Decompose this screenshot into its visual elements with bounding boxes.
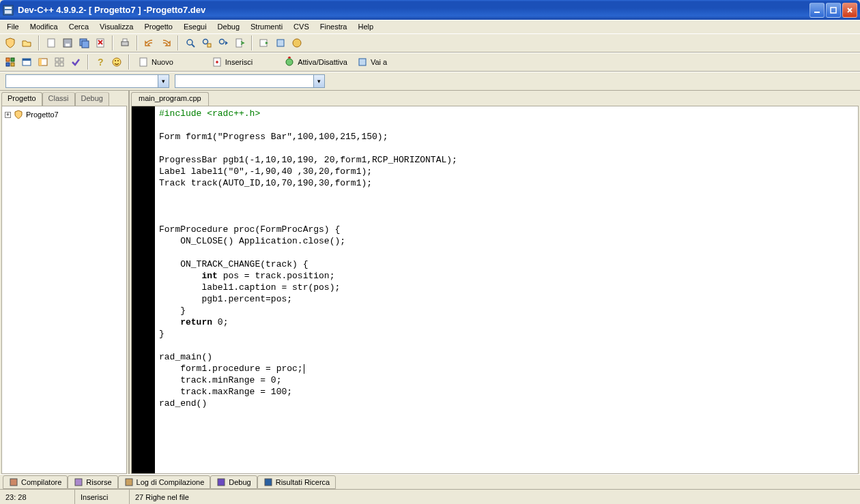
svg-rect-46 (10, 479, 17, 486)
close-button[interactable] (842, 3, 857, 18)
tab-label: Log di Compilazione (137, 478, 205, 486)
code-editor[interactable]: #include <radc++.h> Form form1("Progress… (131, 106, 859, 474)
class-combo[interactable]: ▾ (5, 74, 169, 88)
status-bar: 23: 28 Inserisci 27 Righe nel file (0, 489, 860, 504)
side-tab-progetto[interactable]: Progetto (1, 92, 42, 106)
menu-strumenti[interactable]: Strumenti (245, 21, 288, 32)
menu-file[interactable]: File (1, 21, 25, 32)
svg-point-41 (117, 60, 119, 61)
find-next-icon[interactable] (216, 35, 231, 50)
editor-tab-label: main_program.cpp (139, 94, 201, 102)
svg-text:?: ? (98, 57, 104, 68)
find-icon[interactable] (183, 35, 198, 50)
main-body: ProgettoClassiDebug + Progetto7 main_pro… (0, 91, 860, 474)
title-file: Progetto7.dev (147, 5, 206, 15)
help-icon[interactable]: ? (93, 55, 108, 70)
new-file-icon[interactable] (44, 35, 59, 50)
replace-icon[interactable] (199, 35, 214, 50)
insert-icon (212, 57, 223, 68)
svg-rect-35 (60, 58, 63, 61)
menu-modifica[interactable]: Modifica (25, 21, 63, 32)
check-icon[interactable] (68, 55, 83, 70)
svg-rect-50 (265, 479, 272, 486)
svg-rect-47 (75, 479, 82, 486)
open-icon[interactable] (19, 35, 34, 50)
compile-icon[interactable] (257, 35, 272, 50)
tree-root-item[interactable]: + Progetto7 (5, 109, 124, 120)
menu-esegui[interactable]: Esegui (178, 21, 212, 32)
side-tab-classi[interactable]: Classi (42, 92, 75, 106)
svg-rect-20 (207, 44, 211, 47)
menu-progetto[interactable]: Progetto (139, 21, 178, 32)
menu-help[interactable]: Help (352, 21, 379, 32)
output-tab-debug[interactable]: Debug (210, 475, 257, 489)
separator (137, 35, 138, 50)
menu-visualizza[interactable]: Visualizza (94, 21, 139, 32)
maximize-button[interactable] (826, 3, 841, 18)
side-tab-debug[interactable]: Debug (75, 92, 109, 106)
output-tab-risorse[interactable]: Risorse (68, 475, 117, 489)
grid-icon[interactable] (3, 55, 18, 70)
minimize-button[interactable] (809, 3, 825, 18)
toolbar-main (0, 33, 860, 53)
svg-point-17 (187, 40, 192, 45)
output-tab-log-di-compilazione[interactable]: Log di Compilazione (118, 475, 211, 489)
svg-rect-33 (39, 59, 42, 65)
project-tree[interactable]: + Progetto7 (1, 106, 127, 474)
svg-rect-16 (123, 39, 127, 42)
save-all-icon[interactable] (76, 35, 91, 50)
about-icon[interactable] (109, 55, 124, 70)
nuovo-button[interactable]: Nuovo (134, 55, 177, 70)
print-icon[interactable] (117, 35, 132, 50)
editor-gutter (132, 106, 155, 473)
editor-tab[interactable]: main_program.cpp (131, 92, 209, 106)
close-file-icon[interactable] (93, 35, 108, 50)
output-tab-risultati-ricerca[interactable]: Risultati Ricerca (257, 475, 336, 489)
undo-icon[interactable] (142, 35, 157, 50)
panel-icon[interactable] (35, 55, 51, 70)
shield-icon[interactable] (3, 35, 18, 50)
attiva-label: Attiva/Disattiva (298, 58, 347, 66)
svg-rect-34 (55, 58, 59, 61)
function-combo[interactable]: ▾ (175, 74, 325, 88)
tiles-icon[interactable] (52, 55, 67, 70)
attiva-button[interactable]: Attiva/Disattiva (280, 55, 352, 70)
project-icon (14, 110, 23, 119)
tab-icon (263, 477, 273, 487)
menu-cvs[interactable]: CVS (288, 21, 315, 32)
svg-rect-3 (814, 12, 820, 13)
svg-rect-11 (82, 41, 89, 48)
output-tab-compilatore[interactable]: Compilatore (3, 475, 68, 489)
compile-run-icon[interactable] (289, 35, 304, 50)
tree-expand-icon[interactable]: + (5, 112, 11, 118)
vaia-button[interactable]: Vai a (353, 55, 391, 70)
svg-rect-42 (140, 58, 147, 66)
tab-label: Debug (229, 478, 250, 486)
inserisci-label: Inserisci (225, 58, 253, 66)
separator (38, 35, 40, 50)
menu-debug[interactable]: Debug (212, 21, 245, 32)
run-icon[interactable] (273, 35, 288, 50)
editor-tabs: main_program.cpp (130, 91, 860, 106)
goto-line-icon[interactable] (232, 35, 247, 50)
svg-point-44 (286, 59, 293, 65)
svg-rect-1 (5, 7, 12, 9)
svg-rect-9 (66, 44, 70, 46)
svg-rect-2 (5, 10, 12, 14)
menu-finestra[interactable]: Finestra (315, 21, 353, 32)
menu-cerca[interactable]: Cerca (63, 21, 94, 32)
redo-icon[interactable] (158, 35, 173, 50)
svg-rect-49 (218, 479, 225, 486)
svg-rect-26 (6, 58, 10, 61)
window-icon[interactable] (19, 55, 34, 70)
tab-icon (9, 477, 18, 487)
svg-rect-45 (359, 59, 366, 65)
code-content[interactable]: #include <radc++.h> Form form1("Progress… (155, 106, 858, 473)
new-file-icon (138, 57, 149, 68)
status-cursor: 23: 28 (0, 490, 75, 504)
inserisci-button[interactable]: Inserisci (207, 55, 257, 70)
separator (87, 55, 89, 70)
chevron-down-icon: ▾ (313, 75, 324, 87)
tab-icon (216, 477, 226, 487)
save-icon[interactable] (60, 35, 75, 50)
